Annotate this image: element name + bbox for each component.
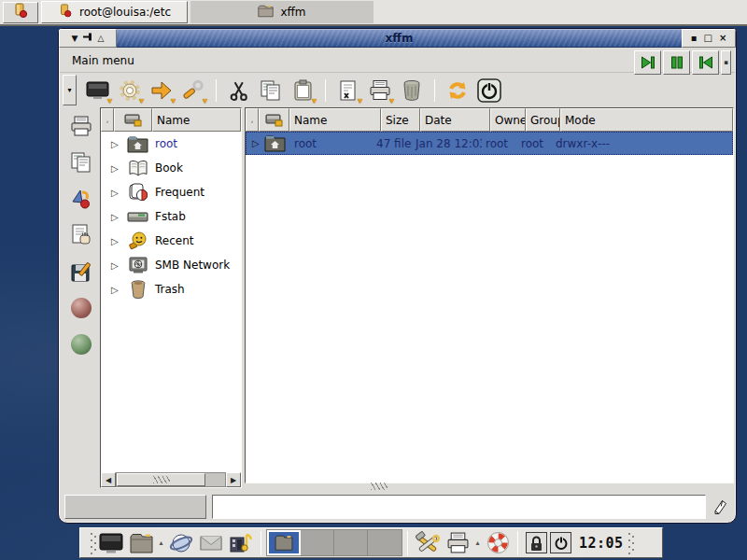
panel-tools-button[interactable] (413, 529, 443, 557)
tree-sort-corner[interactable]: , (101, 108, 114, 132)
side-save-button[interactable] (67, 259, 95, 285)
side-green-sphere-button[interactable] (67, 331, 95, 357)
sort-indicator-icon: , (106, 116, 109, 124)
panel-detach-button[interactable]: ▴ (472, 529, 483, 557)
fstab-icon (127, 210, 148, 224)
trash-button[interactable] (396, 76, 428, 105)
tree-item-recent[interactable]: ▷ Recent (101, 229, 241, 253)
scrollbar-track[interactable] (116, 472, 226, 487)
column-header-name[interactable]: Name (289, 108, 381, 132)
column-header-size[interactable]: Size (381, 108, 420, 132)
next-button[interactable] (634, 50, 661, 75)
file-list-background[interactable] (246, 155, 733, 483)
workspace-3[interactable] (334, 530, 368, 555)
refresh-button[interactable] (442, 76, 473, 105)
panel-grip-icon[interactable] (90, 532, 96, 554)
tree-item-smb-network[interactable]: ▷ SMB Network (101, 253, 241, 277)
expander-icon[interactable]: ▷ (111, 188, 120, 198)
workspace-2[interactable] (301, 530, 334, 555)
settings-button[interactable]: ▾ (114, 76, 146, 105)
panel-resize-grip-icon[interactable] (371, 483, 388, 490)
tree-item-frequent[interactable]: ▷ Frequent (101, 180, 241, 204)
file-icon-column-header[interactable] (259, 108, 289, 132)
panel-file-manager-button[interactable] (126, 529, 156, 557)
folder-icon (129, 533, 154, 553)
titlebar-title-area[interactable]: xffm (117, 29, 682, 48)
panel-help-button[interactable] (483, 529, 513, 557)
dropdown-badge-icon: ▾ (358, 96, 362, 105)
panel-power-button[interactable] (550, 532, 571, 553)
column-header-date[interactable]: Date (420, 108, 490, 132)
expander-icon[interactable]: ▷ (111, 212, 120, 222)
window-menu-icon[interactable]: ▼ (72, 35, 78, 43)
expander-icon[interactable]: ▷ (111, 163, 120, 174)
pause-button[interactable] (663, 50, 690, 75)
row-expander-icon[interactable]: ▷ (247, 138, 260, 148)
panel-mail-button[interactable] (196, 529, 226, 557)
goto-button[interactable]: ▾ (146, 76, 177, 105)
file-sort-corner[interactable]: , (246, 108, 259, 132)
taskbar-item-terminal[interactable]: root@louisa:/etc (41, 1, 188, 23)
panel-lock-button[interactable] (526, 532, 547, 553)
tree-name-column-header[interactable]: Name (152, 108, 241, 132)
scroll-right-button[interactable]: ▶ (226, 472, 241, 487)
file-row-root-selected[interactable]: ▷ root 47 files Jan 28 12:03 root root d… (246, 132, 733, 155)
side-differ-button[interactable] (67, 186, 95, 212)
tools-button[interactable]: ▾ (177, 76, 209, 105)
panel-detach-button[interactable]: ▴ (156, 529, 166, 557)
panel-browser-button[interactable] (166, 529, 196, 557)
column-header-owner[interactable]: Owner (490, 108, 526, 132)
device-icon (265, 114, 283, 127)
main-menu-item[interactable]: Main menu (60, 54, 134, 67)
workspace-4[interactable] (368, 530, 402, 555)
maximize-icon[interactable]: □ (703, 34, 712, 43)
command-input[interactable] (212, 495, 706, 519)
column-header-mode[interactable]: Mode (560, 108, 733, 132)
cut-button[interactable] (223, 76, 255, 105)
tree-icon-column-header[interactable] (114, 108, 152, 132)
status-row (64, 494, 731, 519)
clear-button[interactable] (706, 495, 731, 519)
expander-icon[interactable]: ▷ (111, 139, 120, 149)
expander-icon[interactable]: ▷ (111, 260, 120, 271)
column-label: Name (294, 114, 327, 127)
taskbar-item-xffm[interactable]: xffm (190, 1, 374, 23)
copy-button[interactable] (255, 76, 287, 105)
panel-print-button[interactable] (443, 529, 472, 557)
print-button[interactable]: ▾ (364, 76, 396, 105)
exit-button[interactable] (473, 76, 505, 105)
tree-item-fstab[interactable]: ▷ Fstab (101, 204, 241, 229)
titlebar: ▼ △ xffm ▪ □ × (59, 29, 736, 48)
media-more-button[interactable]: ▪ (721, 50, 731, 75)
panel-media-button[interactable] (226, 529, 256, 557)
scrollbar-thumb[interactable] (117, 473, 205, 486)
side-copy-button[interactable] (67, 149, 95, 175)
previous-button[interactable] (692, 50, 719, 75)
network-icon (127, 257, 148, 274)
expander-icon[interactable]: ▷ (111, 285, 120, 295)
column-header-group[interactable]: Group (526, 108, 560, 132)
minimize-icon[interactable]: ▪ (691, 34, 698, 43)
close-icon[interactable]: × (719, 34, 726, 43)
side-select-button[interactable] (67, 222, 95, 248)
side-print-button[interactable] (67, 113, 95, 139)
side-red-sphere-button[interactable] (67, 295, 95, 321)
tree-item-root[interactable]: ▷ root (101, 132, 241, 156)
expander-icon[interactable]: ▷ (111, 236, 120, 246)
xffm-window: ▼ △ xffm ▪ □ × Main menu ▪ ▾ (58, 28, 737, 524)
paste-button[interactable]: ▾ (287, 76, 318, 105)
tree-item-label: Trash (155, 283, 185, 296)
tree-item-trash[interactable]: ▷ Trash (101, 277, 241, 301)
shade-icon[interactable]: △ (98, 35, 105, 43)
launcher-button[interactable] (3, 2, 38, 23)
properties-button[interactable]: ▾ (332, 76, 364, 105)
terminal-button[interactable]: ▾ (82, 76, 114, 105)
toolbar-collapse-button[interactable]: ▾ (63, 75, 77, 105)
panel-terminal-button[interactable] (96, 529, 126, 557)
globe-icon (169, 531, 193, 555)
panel-grip-icon[interactable] (627, 532, 634, 554)
workspace-1-active[interactable] (267, 530, 301, 555)
scroll-left-button[interactable]: ◀ (101, 472, 116, 487)
tree-item-book[interactable]: ▷ Book (101, 156, 241, 180)
pin-icon[interactable] (83, 32, 93, 45)
